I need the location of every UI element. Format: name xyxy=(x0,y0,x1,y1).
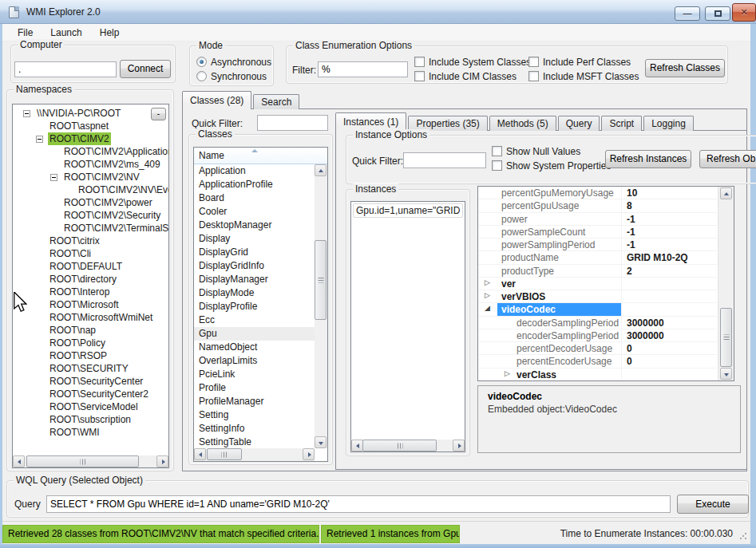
class-list-item[interactable]: Ecc xyxy=(194,313,315,327)
property-row[interactable]: ▷verVBIOS xyxy=(478,290,717,303)
classes-hscrollbar[interactable] xyxy=(194,448,315,461)
namespaces-tree[interactable]: \\NVIDIA-PC\ROOTROOT\aspnetROOT\CIMV2ROO… xyxy=(12,104,169,468)
expander-collapsed-icon[interactable]: ▷ xyxy=(505,369,510,377)
tree-item[interactable]: ROOT\SecurityCenter xyxy=(13,375,168,388)
tree-item[interactable]: ROOT\CIMV2\TerminalServ xyxy=(13,222,168,235)
tree-item[interactable]: ROOT\CIMV2\Applications xyxy=(13,145,168,158)
scroll-down-icon[interactable] xyxy=(720,368,732,380)
expander-collapsed-icon[interactable]: ▷ xyxy=(485,278,490,286)
property-row[interactable]: ◢videoCodec xyxy=(478,303,717,316)
filter-input[interactable]: % xyxy=(318,61,408,77)
instances-listbox[interactable]: Gpu.id=1,uname="GRID M10- xyxy=(350,201,465,452)
class-list-item[interactable]: Board xyxy=(194,191,315,205)
property-row[interactable]: power-1 xyxy=(478,213,717,226)
include-perf-classes-checkbox[interactable] xyxy=(528,57,539,67)
property-row[interactable]: ▷ver xyxy=(478,278,717,290)
minimize-button[interactable]: — xyxy=(675,6,700,21)
tree-item[interactable]: ROOT\Interop xyxy=(13,286,168,298)
refresh-object-button[interactable]: Refresh Ob xyxy=(699,150,756,168)
class-list-item[interactable]: Application xyxy=(194,164,315,178)
instances-hscroll-thumb[interactable] xyxy=(362,440,437,451)
property-row[interactable]: encoderSamplingPeriod3000000 xyxy=(478,329,717,342)
instance-quick-filter-input[interactable] xyxy=(403,152,486,168)
tree-item[interactable]: ROOT\CIMV2\NV\Even xyxy=(13,183,168,196)
property-name-cell[interactable]: percentDecoderUsage xyxy=(478,342,622,354)
tab-methods-5-[interactable]: Methods (5) xyxy=(489,116,556,131)
tree-item[interactable]: ROOT\CIMV2\power xyxy=(13,196,168,209)
classes-listview[interactable]: Name ApplicationApplicationProfileBoardC… xyxy=(193,147,328,462)
tree-item[interactable]: ROOT\aspnet xyxy=(13,120,168,132)
property-name-cell[interactable]: decoderSamplingPeriod xyxy=(478,317,622,329)
class-list-item[interactable]: Cooler xyxy=(194,205,315,219)
tab-query[interactable]: Query xyxy=(558,116,600,131)
expander-collapsed-icon[interactable]: ▷ xyxy=(485,291,490,299)
refresh-classes-button[interactable]: Refresh Classes xyxy=(645,59,725,77)
class-list-item[interactable]: Gpu xyxy=(194,327,315,341)
execute-button[interactable]: Execute xyxy=(677,495,749,514)
tree-item[interactable]: ROOT\SECURITY xyxy=(13,362,168,375)
tab-logging[interactable]: Logging xyxy=(643,116,694,131)
property-row[interactable]: decoderSamplingPeriod3000000 xyxy=(478,317,717,329)
property-name-cell[interactable]: encoderSamplingPeriod xyxy=(478,329,622,341)
property-name-cell[interactable]: percentGpuMemoryUsage xyxy=(478,187,622,199)
tree-item[interactable]: ROOT\CIMV2\NV xyxy=(13,171,168,183)
property-name-cell[interactable]: ▷verVBIOS xyxy=(478,290,622,302)
class-list-item[interactable]: Profile xyxy=(194,381,315,395)
scroll-up-icon[interactable] xyxy=(315,164,327,176)
classes-vscrollbar[interactable] xyxy=(315,164,327,448)
tree-item[interactable]: ROOT\WMI xyxy=(13,426,168,439)
property-name-cell[interactable]: ▷verClass xyxy=(478,369,622,380)
class-list-item[interactable]: DisplayProfile xyxy=(194,300,315,313)
tree-item[interactable]: ROOT\ServiceModel xyxy=(13,400,168,413)
title-bar[interactable]: WMI Explorer 2.0 — ✕ xyxy=(0,0,756,24)
tab-instances-1-[interactable]: Instances (1) xyxy=(335,112,406,131)
property-row[interactable]: powerSampleCount-1 xyxy=(478,226,717,239)
close-button[interactable]: ✕ xyxy=(732,3,756,22)
property-row[interactable]: powerSamplingPeriod-1 xyxy=(478,239,717,251)
property-row[interactable]: ▷verClass xyxy=(478,369,717,381)
class-list-item[interactable]: DisplayGridInfo xyxy=(194,259,315,273)
class-list-item[interactable]: ApplicationProfile xyxy=(194,178,315,191)
class-list-item[interactable]: ProfileManager xyxy=(194,395,315,408)
property-name-cell[interactable]: powerSampleCount xyxy=(478,226,622,238)
show-null-values-checkbox[interactable] xyxy=(492,146,502,156)
property-row[interactable]: percentEncoderUsage0 xyxy=(478,355,717,368)
namespaces-hscrollbar[interactable] xyxy=(13,455,168,467)
class-list-item[interactable]: NamedObject xyxy=(194,341,315,354)
connect-button[interactable]: Connect xyxy=(120,60,171,78)
tree-item[interactable]: ROOT\DEFAULT xyxy=(13,260,168,273)
tab-classes-28-[interactable]: Classes (28) xyxy=(182,91,251,109)
scroll-right-icon[interactable] xyxy=(303,448,315,460)
tree-expander-minus-icon[interactable] xyxy=(50,174,57,181)
class-list-item[interactable]: DisplayManager xyxy=(194,273,315,286)
tree-item[interactable]: ROOT\CIMV2\ms_409 xyxy=(13,158,168,171)
tree-item[interactable]: ROOT\CIMV2 xyxy=(13,132,168,145)
classes-hscroll-thumb[interactable] xyxy=(207,448,242,460)
instances-hscrollbar[interactable] xyxy=(351,440,465,451)
tab-search[interactable]: Search xyxy=(253,94,299,109)
property-row[interactable]: percentGpuMemoryUsage10 xyxy=(478,187,717,199)
expander-expanded-icon[interactable]: ◢ xyxy=(485,304,490,312)
computer-input[interactable]: . xyxy=(14,61,117,77)
property-row[interactable]: productType2 xyxy=(478,265,717,278)
property-name-cell[interactable]: productName xyxy=(478,251,622,263)
classes-quick-filter-input[interactable] xyxy=(257,115,328,131)
query-input[interactable]: SELECT * FROM Gpu WHERE id=1 AND uname='… xyxy=(46,495,671,513)
asynchronous-radio[interactable] xyxy=(196,57,207,67)
tree-item[interactable]: ROOT\RSOP xyxy=(13,349,168,362)
class-list-item[interactable]: DisplayMode xyxy=(194,286,315,300)
class-list-item[interactable]: DesktopManager xyxy=(194,219,315,232)
scroll-left-icon[interactable] xyxy=(13,455,25,467)
menu-file[interactable]: File xyxy=(9,25,42,41)
property-name-cell[interactable]: ◢videoCodec xyxy=(478,303,622,315)
include-system-classes-checkbox[interactable] xyxy=(414,57,425,67)
tab-script[interactable]: Script xyxy=(601,116,642,131)
namespaces-hscroll-thumb[interactable] xyxy=(26,455,139,467)
include-msft-classes-checkbox[interactable] xyxy=(528,71,539,81)
classes-vscroll-thumb[interactable] xyxy=(315,240,327,320)
scroll-right-icon[interactable] xyxy=(156,455,168,467)
instance-item[interactable]: Gpu.id=1,uname="GRID M10- xyxy=(353,203,463,218)
class-list-item[interactable]: Display xyxy=(194,232,315,246)
scroll-down-icon[interactable] xyxy=(315,436,327,448)
tree-item[interactable]: ROOT\directory xyxy=(13,273,168,286)
